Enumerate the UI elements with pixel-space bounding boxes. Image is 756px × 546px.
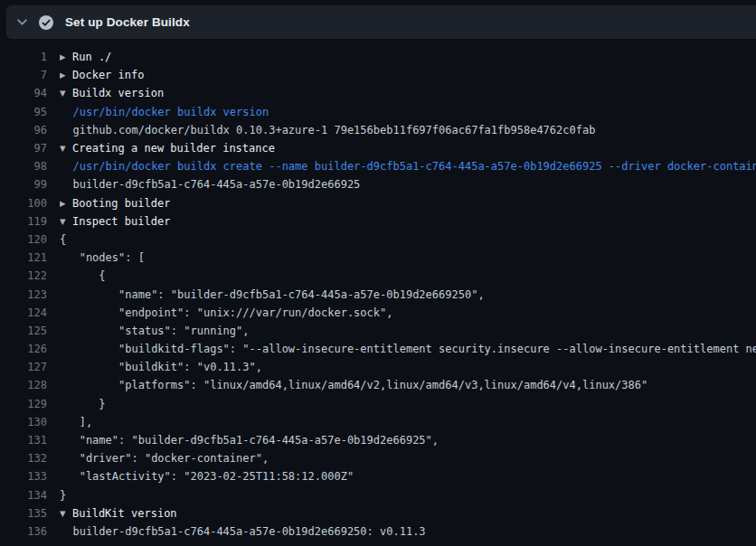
line-number[interactable]: 100: [0, 197, 47, 210]
log-line: 119▼Inspect builder: [0, 212, 756, 231]
line-number[interactable]: 133: [0, 470, 47, 483]
output-text: "name": "builder-d9cfb5a1-c764-445a-a57e…: [60, 288, 485, 301]
line-number[interactable]: 135: [0, 507, 47, 520]
log-line: 130 ],: [0, 413, 756, 431]
line-content: "status": "running",: [60, 325, 250, 337]
group-title[interactable]: Run ./: [72, 51, 111, 63]
chevron-down-icon[interactable]: [16, 16, 28, 28]
line-content: "lastActivity": "2023-02-25T11:58:12.000…: [60, 470, 354, 483]
line-number[interactable]: 134: [0, 489, 47, 502]
group-collapsed-icon[interactable]: ▶: [60, 71, 72, 80]
log-line: 97▼Creating a new builder instance: [0, 139, 756, 157]
log-line: 99 builder-d9cfb5a1-c764-445a-a57e-0b19d…: [0, 175, 756, 193]
line-content: builder-d9cfb5a1-c764-445a-a57e-0b19d2e6…: [60, 178, 360, 191]
line-number[interactable]: 130: [0, 416, 47, 428]
line-content: "name": "builder-d9cfb5a1-c764-445a-a57e…: [60, 434, 439, 447]
output-text: {: [60, 269, 106, 282]
line-number[interactable]: 99: [0, 178, 47, 191]
line-number[interactable]: 131: [0, 434, 47, 447]
line-content: github.com/docker/buildx 0.10.3+azure-1 …: [60, 124, 595, 136]
group-expanded-icon[interactable]: ▼: [60, 509, 72, 518]
line-content: "name": "builder-d9cfb5a1-c764-445a-a57e…: [60, 288, 485, 301]
output-text: "nodes": [: [60, 251, 145, 264]
line-number[interactable]: 129: [0, 398, 47, 410]
line-number[interactable]: 127: [0, 361, 47, 373]
log-line: 1▶Run ./: [0, 48, 756, 66]
group-expanded-icon[interactable]: ▼: [60, 89, 72, 98]
line-number[interactable]: 98: [0, 160, 47, 173]
line-number[interactable]: 121: [0, 251, 47, 264]
output-text: }: [60, 489, 66, 502]
group-collapsed-icon[interactable]: ▶: [60, 52, 72, 61]
line-number[interactable]: 125: [0, 325, 47, 337]
line-content: "endpoint": "unix:///var/run/docker.sock…: [60, 306, 392, 319]
output-text: "name": "builder-d9cfb5a1-c764-445a-a57e…: [60, 434, 439, 447]
line-content: "driver": "docker-container",: [60, 452, 269, 465]
output-text: "driver": "docker-container",: [60, 452, 269, 465]
line-content: {: [60, 269, 106, 282]
log-line: 124 "endpoint": "unix:///var/run/docker.…: [0, 304, 756, 322]
line-content: ▶Docker info: [60, 69, 144, 81]
log-line: 96 github.com/docker/buildx 0.10.3+azure…: [0, 121, 756, 139]
log-line: 7▶Docker info: [0, 66, 756, 84]
line-number[interactable]: 7: [0, 69, 47, 81]
line-number[interactable]: 119: [0, 215, 47, 228]
log-line: 126 "buildkitd-flags": "--allow-insecure…: [0, 340, 756, 358]
line-content: ▶Run ./: [60, 51, 111, 63]
group-title[interactable]: Booting builder: [72, 197, 170, 210]
line-content: ▶Booting builder: [60, 197, 170, 210]
group-title[interactable]: Buildx version: [72, 87, 164, 99]
line-number[interactable]: 126: [0, 343, 47, 355]
line-content: "buildkitd-flags": "--allow-insecure-ent…: [60, 343, 756, 355]
line-content: "buildkit": "v0.11.3",: [60, 361, 262, 373]
group-title[interactable]: BuildKit version: [72, 507, 177, 520]
line-content: ▼Buildx version: [60, 87, 164, 99]
group-title[interactable]: Docker info: [72, 69, 144, 81]
log-line: 98 /usr/bin/docker buildx create --name …: [0, 157, 756, 175]
line-number[interactable]: 96: [0, 124, 47, 136]
log-line: 95 /usr/bin/docker buildx version: [0, 103, 756, 121]
output-text: {: [60, 233, 66, 246]
line-number[interactable]: 122: [0, 269, 47, 282]
output-text: }: [60, 398, 106, 410]
line-number[interactable]: 97: [0, 142, 47, 155]
line-content: }: [60, 489, 66, 502]
group-expanded-icon[interactable]: ▼: [60, 217, 72, 226]
log-line: 123 "name": "builder-d9cfb5a1-c764-445a-…: [0, 285, 756, 303]
line-content: ▼BuildKit version: [60, 507, 177, 520]
log-line: 129 }: [0, 395, 756, 413]
line-number[interactable]: 95: [0, 106, 47, 118]
line-number[interactable]: 120: [0, 233, 47, 246]
output-text: "buildkit": "v0.11.3",: [60, 361, 262, 373]
line-content: "platforms": "linux/amd64,linux/amd64/v2…: [60, 379, 647, 391]
step-header[interactable]: Set up Docker Buildx: [6, 5, 756, 39]
line-number[interactable]: 132: [0, 452, 47, 465]
line-number[interactable]: 128: [0, 379, 47, 391]
line-content: ▼Inspect builder: [60, 215, 170, 228]
group-collapsed-icon[interactable]: ▶: [60, 199, 72, 208]
line-number[interactable]: 124: [0, 306, 47, 319]
log-line: 120{: [0, 231, 756, 249]
command-text: /usr/bin/docker buildx version: [60, 106, 269, 118]
command-text: /usr/bin/docker buildx create --name bui…: [60, 160, 756, 173]
group-title[interactable]: Inspect builder: [72, 215, 170, 228]
line-number[interactable]: 94: [0, 87, 47, 99]
line-number[interactable]: 136: [0, 525, 47, 538]
group-expanded-icon[interactable]: ▼: [60, 144, 72, 153]
line-content: ],: [60, 416, 92, 428]
output-text: builder-d9cfb5a1-c764-445a-a57e-0b19d2e6…: [60, 178, 360, 191]
group-title[interactable]: Creating a new builder instance: [72, 142, 275, 155]
line-content: /usr/bin/docker buildx version: [60, 106, 269, 118]
line-content: {: [60, 233, 66, 246]
line-number[interactable]: 1: [0, 51, 47, 63]
output-text: "lastActivity": "2023-02-25T11:58:12.000…: [60, 470, 354, 483]
output-text: builder-d9cfb5a1-c764-445a-a57e-0b19d2e6…: [60, 525, 426, 538]
log-line: 133 "lastActivity": "2023-02-25T11:58:12…: [0, 467, 756, 485]
log-line: 121 "nodes": [: [0, 249, 756, 267]
line-number[interactable]: 123: [0, 288, 47, 301]
output-text: ],: [60, 416, 92, 428]
log-line: 122 {: [0, 267, 756, 285]
output-text: "buildkitd-flags": "--allow-insecure-ent…: [60, 343, 756, 355]
line-content: "nodes": [: [60, 251, 145, 264]
check-circle-icon: [39, 15, 53, 30]
